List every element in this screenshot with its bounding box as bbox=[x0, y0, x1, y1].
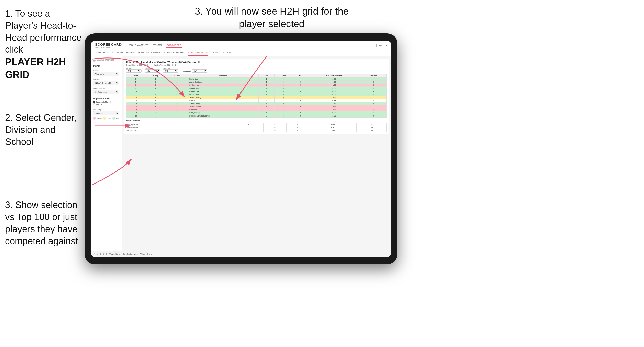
table-cell: 2 bbox=[258, 99, 275, 102]
ood-table-cell: NCAA Division 2 bbox=[126, 129, 234, 132]
table-row: 19106Emily Chang4100.3011 bbox=[126, 111, 387, 114]
table-cell: 2 bbox=[258, 114, 275, 118]
sidebar-division-label: Division bbox=[93, 78, 119, 80]
table-cell: 1 bbox=[275, 114, 293, 118]
table-cell: 2 bbox=[145, 108, 166, 111]
share-btn[interactable]: Share bbox=[147, 253, 152, 255]
table-cell: 0.33 bbox=[307, 93, 361, 96]
out-of-division-table: Foreign Team1004.5002NAIA Division 11500… bbox=[126, 123, 387, 132]
table-cell: 2 bbox=[145, 93, 166, 96]
table-cell: 3 bbox=[361, 84, 387, 87]
ood-table-cell: Foreign Team bbox=[126, 123, 234, 126]
table-cell: 7 bbox=[166, 114, 188, 118]
table-cell: Jessica Huang bbox=[188, 96, 258, 99]
opponents-select[interactable]: (All) bbox=[192, 69, 207, 73]
table-cell: 1 bbox=[258, 105, 275, 108]
sidebar-division-section: Division NCAA Division III bbox=[93, 78, 119, 85]
table-cell: 0 bbox=[275, 93, 293, 96]
col-tie: Tie bbox=[293, 74, 307, 78]
table-cell: Esther Lee bbox=[188, 78, 258, 81]
table-cell: 4.00 bbox=[307, 81, 361, 84]
nav-committee[interactable]: COMMITTEE bbox=[166, 43, 182, 48]
sign-out-link[interactable]: Sign out bbox=[378, 44, 387, 47]
subnav-player-summary[interactable]: PLAYER SUMMARY bbox=[164, 50, 184, 56]
table-cell: Euna Lee bbox=[188, 108, 258, 111]
radio-opponents-played[interactable]: Opponents Played bbox=[93, 101, 119, 103]
table-cell: 2 bbox=[258, 90, 275, 93]
instruction-step1: 1. To see a Player's Head-to-Head perfor… bbox=[5, 8, 82, 81]
sidebar-player-rank-section: Player (Rank) 8. Katelyn Vo bbox=[93, 87, 119, 94]
grid-title: Katelyn Vo Head-to-Head Grid for Women's… bbox=[126, 61, 387, 64]
table-cell: 10 bbox=[145, 111, 166, 114]
table-row: 311Esther Lee101.504 bbox=[126, 78, 387, 81]
tablet-screen: SCOREBOARD Powered by clippd TOURNAMENTS… bbox=[91, 41, 391, 257]
table-cell: 0 bbox=[293, 114, 307, 118]
sidebar-gender-select[interactable]: Women's bbox=[93, 72, 119, 76]
table-cell: 8 bbox=[145, 102, 166, 105]
ood-table-cell: 10 bbox=[357, 129, 387, 132]
ood-table-cell: 2 bbox=[357, 123, 387, 126]
table-cell: 4.00 bbox=[307, 90, 361, 93]
ood-table-cell: NAIA Division 1 bbox=[126, 126, 234, 129]
table-row: 1585Stella Cheng101.254 bbox=[126, 102, 387, 105]
filter-opponent-select[interactable]: (All) bbox=[163, 69, 178, 73]
table-cell: 9 bbox=[361, 99, 387, 102]
subnav-player-h2h-grid[interactable]: PLAYER H2H GRID bbox=[188, 50, 208, 56]
sidebar-opponent-view-label: Opponent view bbox=[93, 97, 119, 100]
ood-table-cell: 0 bbox=[286, 126, 309, 129]
table-cell: 3 bbox=[145, 84, 166, 87]
table-cell: 0 bbox=[275, 96, 293, 99]
table-cell: 3.67 bbox=[307, 87, 361, 90]
watch-btn[interactable]: Watch bbox=[140, 253, 145, 255]
table-cell: 0 bbox=[258, 84, 275, 87]
col-div: # Div bbox=[126, 74, 145, 78]
table-cell: 9 bbox=[126, 87, 145, 90]
radio-top100[interactable]: Top 100 bbox=[93, 103, 119, 105]
sidebar-colour-select[interactable]: Win/loss bbox=[93, 111, 119, 115]
sidebar-player-label: Player bbox=[93, 65, 119, 67]
table-cell: 0 bbox=[258, 108, 275, 111]
save-custom-btn[interactable]: Save Custom View bbox=[123, 253, 138, 255]
division-record: Division Record: 331 - 34 - 6 bbox=[153, 64, 176, 66]
nav-teams[interactable]: TEAMS bbox=[153, 43, 162, 48]
table-cell: 4 bbox=[361, 90, 387, 93]
ood-table-row: Foreign Team1004.5002 bbox=[126, 123, 387, 126]
subnav-team-h2h-heatmap[interactable]: TEAM H2H HEATMAP bbox=[138, 50, 160, 56]
filter-opponent-label: Opponent bbox=[163, 68, 178, 69]
table-cell: 6 bbox=[126, 84, 145, 87]
table-row: 1822Euna Lee01-5.002 bbox=[126, 108, 387, 111]
table-row: 1125Heejo Hyun100.333 bbox=[126, 93, 387, 96]
table-cell: Sydney Kuo bbox=[188, 84, 258, 87]
table-cell: 1 bbox=[145, 78, 166, 81]
table-cell: 0.38 bbox=[307, 99, 361, 102]
table-cell: 6 bbox=[166, 111, 188, 114]
table-cell: 0 bbox=[275, 87, 293, 90]
filter-region-label: Region bbox=[126, 68, 142, 69]
subnav-player-h2h-heatmap[interactable]: PLAYER H2H HEATMAP bbox=[212, 50, 236, 56]
table-cell: 3 bbox=[166, 90, 188, 93]
table-cell: 2 bbox=[166, 81, 188, 84]
ood-table-cell: 0 bbox=[286, 129, 309, 132]
filter-region-group: Region (All) bbox=[126, 68, 142, 73]
separator: | bbox=[376, 44, 377, 47]
subnav-team-summary[interactable]: TEAM SUMMARY bbox=[95, 50, 113, 56]
table-cell: 1 bbox=[293, 96, 307, 99]
sidebar-division-select[interactable]: NCAA Division III bbox=[93, 81, 119, 85]
sidebar-player-section: Player bbox=[93, 65, 119, 67]
table-row: 1613Jessica Mason120-0.947 bbox=[126, 105, 387, 108]
sub-nav: TEAM SUMMARY TEAM H2H GRID TEAM H2H HEAT… bbox=[91, 50, 391, 56]
nav-tournaments[interactable]: TOURNAMENTS bbox=[129, 43, 149, 48]
filter-region-select[interactable]: (All) bbox=[126, 69, 142, 73]
table-cell: 7 bbox=[361, 105, 387, 108]
grid-card: Katelyn Vo Head-to-Head Grid for Women's… bbox=[124, 59, 389, 134]
sidebar-player-rank-select[interactable]: 8. Katelyn Vo bbox=[93, 90, 119, 94]
subnav-team-h2h-grid[interactable]: TEAM H2H GRID bbox=[117, 50, 134, 56]
out-of-division-header: Out of division bbox=[126, 120, 387, 122]
table-row: 1474Eunice Yi2200.389 bbox=[126, 99, 387, 102]
table-cell: 0 bbox=[275, 81, 293, 84]
colour-dot-up bbox=[112, 117, 115, 120]
logo-area: SCOREBOARD Powered by clippd bbox=[95, 43, 122, 48]
filter-conference-select[interactable]: (All) bbox=[145, 69, 160, 73]
nav-items: TOURNAMENTS TEAMS COMMITTEE bbox=[129, 43, 371, 48]
opponents-label: Opponents: bbox=[182, 71, 191, 73]
